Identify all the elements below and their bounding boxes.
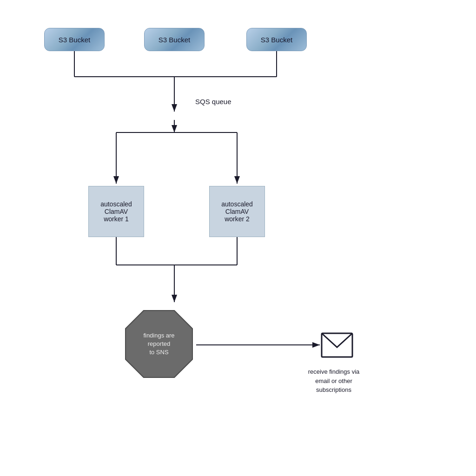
s3-bucket-2: S3 Bucket bbox=[144, 28, 205, 51]
worker-1-label: autoscaled ClamAV worker 1 bbox=[100, 200, 132, 223]
sqs-label: SQS queue bbox=[195, 98, 231, 106]
s3-bucket-3: S3 Bucket bbox=[246, 28, 307, 51]
s3-bucket-1: S3 Bucket bbox=[44, 28, 105, 51]
connector-lines bbox=[0, 0, 476, 476]
notification-label: receive findings via email or other subs… bbox=[297, 367, 371, 395]
worker-2-box: autoscaled ClamAV worker 2 bbox=[209, 186, 265, 237]
architecture-diagram: S3 Bucket S3 Bucket S3 Bucket SQS queue … bbox=[0, 0, 476, 476]
mail-icon bbox=[321, 332, 353, 358]
svg-marker-0 bbox=[126, 311, 192, 377]
worker-1-box: autoscaled ClamAV worker 1 bbox=[88, 186, 144, 237]
sns-octagon: findings are reported to SNS bbox=[122, 307, 196, 381]
worker-2-label: autoscaled ClamAV worker 2 bbox=[221, 200, 253, 223]
